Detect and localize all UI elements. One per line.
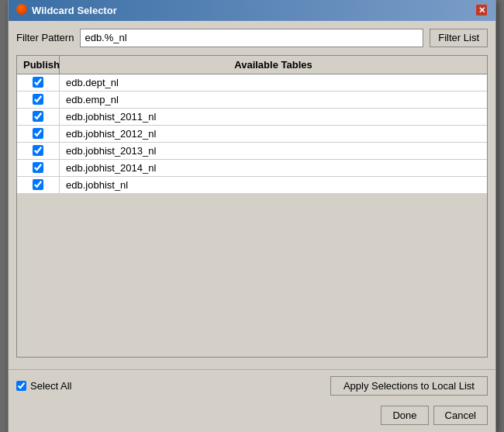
done-button[interactable]: Done xyxy=(381,406,428,425)
available-tables-container: Publish Available Tables edb.dept_nledb.… xyxy=(16,55,488,358)
filter-label: Filter Pattern xyxy=(16,32,74,43)
select-all-checkbox[interactable] xyxy=(16,381,26,391)
row-checkbox[interactable] xyxy=(33,145,43,156)
select-all-label[interactable]: Select All xyxy=(30,380,71,392)
dialog-content: Filter Pattern Filter List Publish Avail… xyxy=(9,21,495,365)
table-row: edb.dept_nl xyxy=(17,74,487,92)
filter-list-button[interactable]: Filter List xyxy=(430,29,488,47)
table-row: edb.jobhist_2012_nl xyxy=(17,126,487,143)
table-name-cell: edb.jobhist_2012_nl xyxy=(60,126,487,142)
filter-row: Filter Pattern Filter List xyxy=(16,29,488,47)
title-bar: Wildcard Selector ✕ xyxy=(9,0,495,21)
close-button[interactable]: ✕ xyxy=(475,4,488,16)
header-publish: Publish xyxy=(17,56,60,74)
table-row: edb.emp_nl xyxy=(17,92,487,109)
table-row: edb.jobhist_2011_nl xyxy=(17,109,487,126)
apply-button[interactable]: Apply Selections to Local List xyxy=(330,376,488,396)
table-body: edb.dept_nledb.emp_nledb.jobhist_2011_nl… xyxy=(17,74,487,193)
row-checkbox[interactable] xyxy=(33,111,43,122)
table-row: edb.jobhist_2014_nl xyxy=(17,160,487,177)
table-name-cell: edb.jobhist_2014_nl xyxy=(60,160,487,176)
publish-cell xyxy=(17,143,60,159)
row-checkbox[interactable] xyxy=(33,94,43,105)
publish-cell xyxy=(17,160,60,176)
publish-cell xyxy=(17,177,60,193)
publish-cell xyxy=(17,126,60,142)
table-name-cell: edb.jobhist_2011_nl xyxy=(60,109,487,125)
table-name-cell: edb.dept_nl xyxy=(60,74,487,91)
publish-cell xyxy=(17,74,60,91)
wildcard-selector-dialog: Wildcard Selector ✕ Filter Pattern Filte… xyxy=(8,0,496,432)
publish-cell xyxy=(17,92,60,108)
app-icon xyxy=(16,4,27,17)
table-name-cell: edb.emp_nl xyxy=(60,92,487,108)
row-checkbox[interactable] xyxy=(33,128,43,139)
dialog-title: Wildcard Selector xyxy=(32,5,117,16)
table-row: edb.jobhist_nl xyxy=(17,177,487,193)
table-row: edb.jobhist_2013_nl xyxy=(17,143,487,160)
row-checkbox[interactable] xyxy=(33,162,43,173)
row-checkbox[interactable] xyxy=(33,179,43,190)
select-all-row: Select All xyxy=(16,380,71,392)
row-checkbox[interactable] xyxy=(33,77,43,88)
cancel-button[interactable]: Cancel xyxy=(433,406,488,425)
filter-input[interactable] xyxy=(80,29,423,47)
table-name-cell: edb.jobhist_nl xyxy=(60,177,487,193)
table-header: Publish Available Tables xyxy=(17,56,487,74)
bottom-bar: Select All Apply Selections to Local Lis… xyxy=(9,369,495,402)
table-name-cell: edb.jobhist_2013_nl xyxy=(60,143,487,159)
header-tables: Available Tables xyxy=(60,56,487,74)
action-buttons: Done Cancel xyxy=(9,402,495,433)
publish-cell xyxy=(17,109,60,125)
